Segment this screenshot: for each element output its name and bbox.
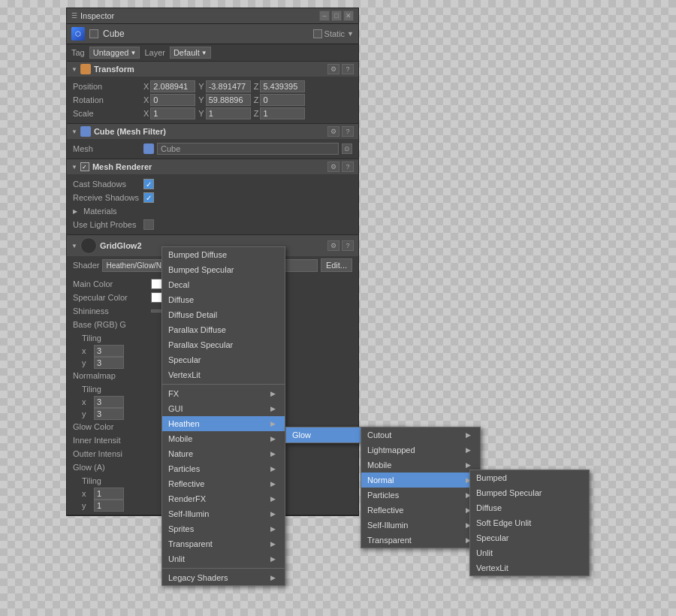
mesh-select-btn[interactable]: ⊙	[342, 143, 352, 154]
scale-y-input[interactable]	[206, 107, 251, 119]
cast-shadows-checkbox[interactable]: ✓	[143, 179, 154, 189]
object-name[interactable]: Cube	[103, 29, 309, 39]
receive-shadows-checkbox[interactable]: ✓	[143, 192, 154, 203]
normal-item-specular[interactable]: Specular	[470, 530, 589, 545]
gridglow-settings-btn[interactable]: ⚙	[327, 240, 340, 251]
menu-item-unlit[interactable]: Unlit ▶	[162, 551, 285, 566]
menu-item-gui[interactable]: GUI ▶	[162, 401, 285, 416]
transform-help-btn[interactable]: ?	[342, 64, 354, 74]
transform-icon	[80, 64, 91, 74]
glow-item-lightmapped[interactable]: Lightmapped ▶	[361, 442, 480, 457]
mesh-thumb-icon	[143, 143, 154, 154]
heathen-arrow: ▶	[270, 420, 276, 427]
normalmap-x-input[interactable]	[94, 396, 124, 408]
glow-item-cutout[interactable]: Cutout ▶	[361, 427, 480, 442]
tiling-y-input[interactable]	[94, 357, 124, 369]
gridglow-collapse[interactable]: ▼	[71, 243, 77, 249]
scale-x-input[interactable]	[150, 107, 195, 119]
menu-item-parallax-specular[interactable]: Parallax Specular	[162, 337, 285, 352]
menu-item-bumped-specular[interactable]: Bumped Specular	[162, 262, 285, 277]
menu-item-diffuse-detail[interactable]: Diffuse Detail	[162, 307, 285, 322]
glow-item-normal[interactable]: Normal ▶	[361, 473, 480, 488]
glow-item-mobile[interactable]: Mobile ▶	[361, 457, 480, 473]
static-checkbox[interactable]	[313, 29, 322, 38]
normal-item-unlit[interactable]: Unlit	[470, 545, 589, 560]
object-active-checkbox[interactable]	[89, 29, 98, 38]
glow-color-label: Glow Color	[73, 422, 148, 431]
tiling-x-input[interactable]	[94, 345, 124, 357]
receive-shadows-row: Receive Shadows ✓	[67, 191, 358, 204]
glow-item-transparent[interactable]: Transparent ▶	[361, 533, 480, 548]
normal-item-vertexlit[interactable]: VertexLit	[470, 560, 589, 575]
position-x-input[interactable]	[150, 80, 195, 92]
gridglow-help-btn[interactable]: ?	[342, 240, 354, 251]
mesh-renderer-settings-btn[interactable]: ⚙	[327, 162, 340, 172]
menu-item-transparent[interactable]: Transparent ▶	[162, 536, 285, 551]
menu-item-bumped-diffuse[interactable]: Bumped Diffuse	[162, 247, 285, 262]
position-label: Position	[73, 82, 140, 91]
rotation-z-input[interactable]	[260, 94, 305, 106]
glow-item-self-illumin[interactable]: Self-Illumin ▶	[361, 518, 480, 533]
main-color-label: Main Color	[73, 279, 148, 288]
position-z-input[interactable]	[260, 80, 305, 92]
position-y-input[interactable]	[206, 80, 251, 92]
menu-item-parallax-diffuse[interactable]: Parallax Diffuse	[162, 322, 285, 337]
static-dropdown-arrow[interactable]: ▼	[347, 30, 354, 38]
menu-item-nature[interactable]: Nature ▶	[162, 446, 285, 461]
menu-item-heathen[interactable]: Heathen ▶	[162, 416, 285, 431]
menu-item-legacy[interactable]: Legacy Shaders ▶	[162, 570, 285, 585]
normal-item-soft-edge[interactable]: Soft Edge Unlit	[470, 515, 589, 530]
menu-item-decal[interactable]: Decal	[162, 277, 285, 292]
normal-item-diffuse[interactable]: Diffuse	[470, 500, 589, 515]
menu-item-particles[interactable]: Particles ▶	[162, 461, 285, 476]
fx-arrow: ▶	[270, 390, 276, 397]
layer-dropdown[interactable]: Default ▼	[170, 47, 211, 59]
panel-menu-icon[interactable]: ☰	[71, 12, 77, 20]
particles-arrow: ▶	[270, 465, 276, 473]
mesh-renderer-checkbox[interactable]: ✓	[80, 162, 89, 171]
mesh-filter-help-btn[interactable]: ?	[342, 126, 354, 137]
glow-item-reflective[interactable]: Reflective ▶	[361, 503, 480, 518]
mesh-renderer-title: Mesh Renderer	[92, 162, 324, 171]
menu-item-fx[interactable]: FX ▶	[162, 386, 285, 401]
nature-arrow: ▶	[270, 450, 276, 457]
transform-settings-btn[interactable]: ⚙	[327, 64, 340, 74]
normalmap-y-input[interactable]	[94, 408, 124, 420]
edit-shader-btn[interactable]: Edit...	[321, 258, 352, 272]
scale-z-input[interactable]	[260, 107, 305, 119]
mesh-value: Cube	[157, 143, 339, 155]
transform-collapse-arrow[interactable]: ▼	[71, 66, 77, 73]
normal-item-bumped-specular[interactable]: Bumped Specular	[470, 485, 589, 500]
mesh-filter-collapse[interactable]: ▼	[71, 128, 77, 135]
mesh-renderer-collapse[interactable]: ▼	[71, 164, 77, 171]
tag-layer-row: Tag Untagged ▼ Layer Default ▼	[67, 44, 358, 62]
light-probes-row: Use Light Probes	[67, 218, 358, 231]
menu-item-vertexlit[interactable]: VertexLit	[162, 367, 285, 382]
transform-section: ▼ Transform ⚙ ? Position X Y	[67, 62, 358, 124]
rotation-x-input[interactable]	[150, 94, 195, 106]
menu-item-sprites[interactable]: Sprites ▶	[162, 521, 285, 536]
inner-intensity-label: Inner Intensit	[73, 436, 148, 445]
mesh-renderer-help-btn[interactable]: ?	[342, 162, 354, 172]
materials-collapse[interactable]: ▶	[73, 208, 77, 215]
tag-label: Tag	[71, 48, 85, 57]
mesh-filter-settings-btn[interactable]: ⚙	[327, 126, 340, 137]
menu-item-specular[interactable]: Specular	[162, 352, 285, 367]
light-probes-checkbox[interactable]	[143, 219, 154, 230]
menu-item-self-illumin[interactable]: Self-Illumin ▶	[162, 506, 285, 521]
menu-item-renderfx[interactable]: RenderFX ▶	[162, 491, 285, 506]
close-button[interactable]: ✕	[343, 11, 354, 21]
rotation-y-input[interactable]	[206, 94, 251, 106]
menu-item-reflective[interactable]: Reflective ▶	[162, 476, 285, 491]
maximize-button[interactable]: □	[331, 11, 342, 21]
normalmap-label: Normalmap	[73, 371, 116, 380]
position-y-item: Y	[198, 80, 250, 92]
glow-x-input[interactable]	[94, 488, 124, 500]
tag-dropdown[interactable]: Untagged ▼	[89, 47, 140, 59]
menu-item-mobile[interactable]: Mobile ▶	[162, 431, 285, 446]
glow-y-input[interactable]	[94, 500, 124, 512]
normal-item-bumped[interactable]: Bumped	[470, 470, 589, 485]
minimize-button[interactable]: –	[319, 11, 330, 21]
glow-item-particles[interactable]: Particles ▶	[361, 488, 480, 503]
menu-item-diffuse[interactable]: Diffuse	[162, 292, 285, 307]
